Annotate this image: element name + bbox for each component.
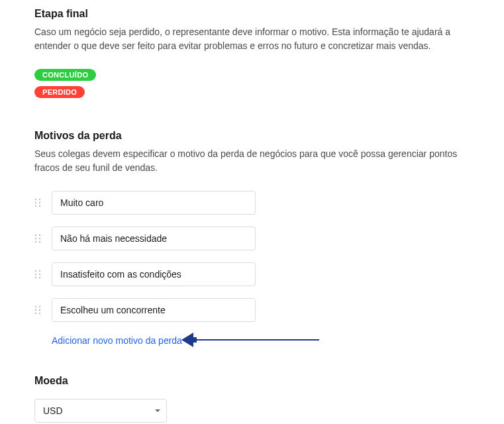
loss-reasons-title: Motivos da perda [34,130,470,142]
svg-point-10 [35,241,36,242]
drag-handle-icon[interactable] [34,198,50,207]
currency-section: Moeda USD [34,375,470,423]
svg-point-3 [39,202,40,203]
add-loss-reason-link[interactable]: Adicionar novo motivo da perda [52,335,182,346]
svg-point-21 [39,309,40,311]
svg-point-14 [35,274,36,275]
svg-point-19 [39,306,40,307]
svg-point-2 [35,202,36,203]
drag-handle-icon[interactable] [34,305,50,315]
final-stage-title: Etapa final [34,8,470,20]
svg-point-0 [35,199,36,200]
svg-point-11 [39,241,40,242]
svg-point-18 [35,306,36,307]
loss-reason-input[interactable] [52,298,256,322]
loss-reason-input[interactable] [52,262,256,286]
svg-point-5 [39,205,40,207]
svg-point-16 [35,277,36,278]
loss-reason-row [34,262,470,286]
svg-point-13 [39,270,40,272]
svg-point-6 [35,235,36,236]
drag-handle-icon[interactable] [34,270,50,279]
svg-point-1 [39,199,40,200]
svg-point-23 [39,313,40,314]
svg-point-12 [35,270,36,272]
currency-select[interactable]: USD [34,399,167,423]
currency-title: Moeda [34,375,470,387]
loss-reason-input[interactable] [52,227,256,250]
status-badges: CONCLUÍDO PERDIDO [34,69,470,103]
loss-reason-row [34,298,470,322]
lost-badge[interactable]: PERDIDO [34,86,85,98]
completed-badge[interactable]: CONCLUÍDO [34,69,96,81]
loss-reasons-list: Adicionar novo motivo da perda [34,191,470,366]
loss-reason-input[interactable] [52,191,256,215]
loss-reasons-description: Seus colegas devem especificar o motivo … [34,147,470,175]
arrow-annotation-icon [180,330,319,350]
svg-point-4 [35,205,36,207]
svg-point-9 [39,238,40,239]
final-stage-description: Caso um negócio seja perdido, o represen… [34,25,470,53]
svg-point-20 [35,309,36,311]
loss-reason-row [34,227,470,250]
loss-reason-row [34,191,470,215]
svg-point-22 [35,313,36,314]
drag-handle-icon[interactable] [34,234,50,243]
svg-point-8 [35,238,36,239]
svg-point-7 [39,235,40,236]
svg-point-15 [39,274,40,275]
svg-point-17 [39,277,40,278]
